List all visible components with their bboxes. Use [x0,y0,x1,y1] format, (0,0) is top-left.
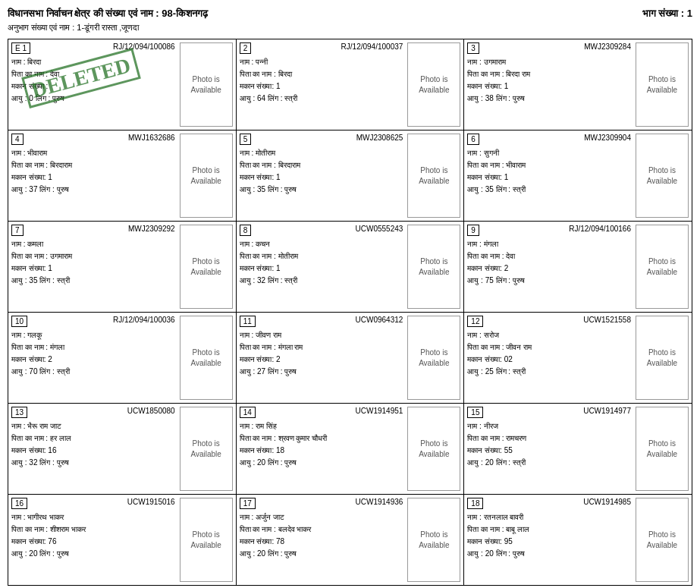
photo-box: Photo is Available [407,316,460,400]
header-part: भाग संख्या : 1 [642,8,692,20]
voter-info: नाम : भागीरथ भाकरपिता का नाम : शीशराम भा… [11,511,175,560]
voter-id: UCW1914951 [356,407,403,418]
voter-info: नाम : सरोजपिता का नाम : जीवन राममकान संख… [467,329,631,378]
voter-id: UCW1521558 [583,316,631,327]
voter-id: UCW1914985 [583,498,631,509]
photo-box: Photo is Available [407,134,460,218]
voter-id: RJ/12/094/100036 [113,316,175,327]
voter-card: 4MWJ1632686नाम : भीवारामपिता का नाम : बि… [8,130,237,222]
voter-id: UCW1914977 [583,407,631,418]
photo-box: Photo is Available [636,316,689,400]
voter-info: नाम : गलकूपिता का नाम : मंगलामकान संख्या… [11,329,175,378]
voter-card: DELETEDE 1RJ/12/094/100086नाम : बिरदापित… [8,39,237,130]
voter-card: 9RJ/12/094/100166नाम : मंगलापिता का नाम … [464,222,692,313]
voter-card: 16UCW1915016नाम : भागीरथ भाकरपिता का नाम… [8,495,237,586]
card-number: 7 [11,225,24,236]
voter-info: नाम : राम सिंहपिता का नाम : श्रवण कुमार … [240,420,403,469]
voter-info: नाम : उगमारामपिता का नाम : बिरदा राममकान… [467,56,631,105]
voter-card: 14UCW1914951नाम : राम सिंहपिता का नाम : … [237,404,465,495]
voter-id: MWJ2309292 [128,225,175,236]
photo-box: Photo is Available [636,498,689,582]
card-number: 3 [467,42,479,54]
voter-card: 8UCW0555243नाम : कचनपिता का नाम : मोतीरा… [237,222,465,313]
card-number: E 1 [11,42,30,54]
voter-grid: DELETEDE 1RJ/12/094/100086नाम : बिरदापित… [8,39,692,586]
voter-card: 18UCW1914985नाम : रतनलाल बावरीपिता का ना… [464,495,692,586]
photo-box: Photo is Available [180,225,233,309]
voter-info: नाम : पन्नीपिता का नाम : बिरदामकान संख्य… [240,56,403,105]
voter-id: UCW1915016 [127,498,175,509]
photo-box: Photo is Available [407,225,460,309]
card-number: 9 [467,225,479,236]
voter-card: 6MWJ2309904नाम : सुगनीपिता का नाम : भीवा… [464,130,692,222]
card-number: 4 [11,134,24,145]
card-number: 14 [240,407,256,418]
voter-id: MWJ1632686 [128,134,175,145]
card-number: 12 [467,316,483,327]
header: विधानसभा निर्वाचन क्षेत्र की संख्या एवं … [8,8,692,20]
voter-info: नाम : भीवारामपिता का नाम : बिरदाराममकान … [11,147,175,196]
voter-card: 17UCW1914936नाम : अर्जुन जाटपिता का नाम … [237,495,465,586]
photo-box: Photo is Available [180,42,233,127]
card-number: 5 [240,134,252,145]
voter-info: नाम : सुगनीपिता का नाम : भीवाराममकान संख… [467,147,631,196]
voter-id: MWJ2308625 [356,134,403,145]
card-number: 11 [240,316,256,327]
photo-box: Photo is Available [636,225,689,309]
photo-box: Photo is Available [407,498,460,582]
voter-card: 2RJ/12/094/100037नाम : पन्नीपिता का नाम … [237,39,465,130]
voter-info: नाम : मोतीरामपिता का नाम : बिरदाराममकान … [240,147,403,196]
photo-box: Photo is Available [636,134,689,218]
voter-info: नाम : मंगलापिता का नाम : देवामकान संख्या… [467,238,631,287]
photo-box: Photo is Available [407,407,460,491]
voter-card: 11UCW0964312नाम : जीवण रामपिता का नाम : … [237,313,465,404]
voter-card: 5MWJ2308625नाम : मोतीरामपिता का नाम : बि… [237,130,465,222]
card-number: 17 [240,498,256,509]
voter-card: 10RJ/12/094/100036नाम : गलकूपिता का नाम … [8,313,237,404]
card-number: 6 [467,134,479,145]
photo-box: Photo is Available [180,407,233,491]
voter-info: नाम : रतनलाल बावरीपिता का नाम : बाबू लाल… [467,511,631,560]
card-number: 13 [11,407,27,418]
voter-card: 3MWJ2309284नाम : उगमारामपिता का नाम : बि… [464,39,692,130]
voter-id: UCW0555243 [356,225,403,236]
voter-id: RJ/12/094/100037 [341,42,403,54]
voter-id: MWJ2309904 [584,134,631,145]
voter-info: नाम : कचनपिता का नाम : मोतीराममकान संख्य… [240,238,403,287]
voter-info: नाम : कमलापिता का नाम : उगमाराममकान संख्… [11,238,175,287]
photo-box: Photo is Available [180,498,233,582]
voter-id: UCW0964312 [356,316,403,327]
card-number: 10 [11,316,27,327]
card-number: 15 [467,407,483,418]
card-number: 2 [240,42,252,54]
card-number: 16 [11,498,27,509]
voter-card: 7MWJ2309292नाम : कमलापिता का नाम : उगमार… [8,222,237,313]
header-title: विधानसभा निर्वाचन क्षेत्र की संख्या एवं … [8,8,208,20]
photo-box: Photo is Available [407,42,460,127]
photo-box: Photo is Available [636,42,689,127]
voter-info: नाम : भैरू राम जाटपिता का नाम : हर लालमक… [11,420,175,469]
voter-id: MWJ2309284 [584,42,631,54]
voter-info: नाम : अर्जुन जाटपिता का नाम : बलदेव भाकर… [240,511,403,560]
voter-info: नाम : जीवण रामपिता का नाम : मंगला राममका… [240,329,403,378]
photo-box: Photo is Available [636,407,689,491]
header-sub: अनुभाग संख्या एवं नाम : 1-डूंगरी रास्ता … [8,23,692,33]
voter-id: RJ/12/094/100166 [569,225,631,236]
voter-card: 15UCW1914977नाम : नीरजपिता का नाम : रामच… [464,404,692,495]
voter-info: नाम : नीरजपिता का नाम : रामचरणमकान संख्य… [467,420,631,469]
card-number: 18 [467,498,483,509]
voter-card: 12UCW1521558नाम : सरोजपिता का नाम : जीवन… [464,313,692,404]
voter-card: 13UCW1850080नाम : भैरू राम जाटपिता का ना… [8,404,237,495]
voter-id: UCW1850080 [127,407,175,418]
photo-box: Photo is Available [180,316,233,400]
card-number: 8 [240,225,252,236]
photo-box: Photo is Available [180,134,233,218]
voter-id: UCW1914936 [356,498,403,509]
